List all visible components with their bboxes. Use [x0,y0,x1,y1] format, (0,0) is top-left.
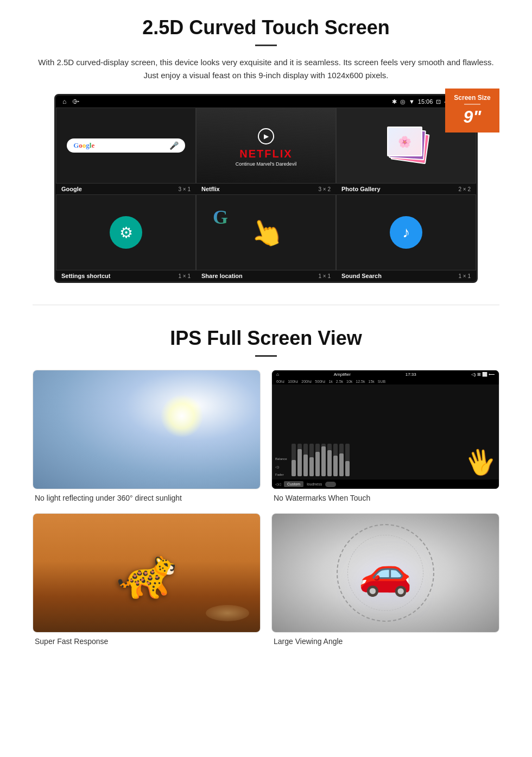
equalizer-caption: No Watermarks When Touch [271,494,499,502]
eq-sliders [292,444,461,476]
hand-pointing-icon: 👆 [245,212,287,253]
settings-label-bar: Settings shortcut 1 × 1 [56,270,196,281]
eq-slider-10 [345,444,350,476]
ips-item-equalizer: ⌂ Amplifier 17:33 ◁) ⊠ ⬜ ⟵ 60hz100hz200h… [271,370,499,502]
eq-slider-5 [315,444,320,476]
google-search-bar[interactable]: Google 🎤 [67,138,185,153]
eq-slider-7 [327,444,332,476]
maps-icon: G [213,206,228,229]
car-image: 🚗 [271,513,499,633]
car-icon: 🚗 [358,547,413,598]
cheetah-background: 🐆 [33,514,260,632]
eq-icons: ◁) ⊠ ⬜ ⟵ [471,372,495,377]
google-label: Google [61,186,82,192]
photo-card-3: 🌸 [387,127,422,156]
sound-label: Sound Search [341,273,382,279]
eq-slider-8 [333,444,338,476]
google-label-bar: Google 3 × 1 [56,184,196,194]
sunlight-image [33,370,261,489]
music-note-icon: ♪ [402,224,410,241]
ips-item-sunlight: No light reflecting under 360° direct su… [33,370,261,502]
wifi-icon: ▼ [409,98,415,105]
netflix-logo: NETFLIX [236,148,296,160]
gear-icon: ⚙ [119,224,133,242]
eq-freq-labels: 60hz100hz200hz500hz1k2.5k10k12.5k15kSUB [272,379,499,384]
time-display: 15:06 [418,98,433,105]
flower-icon: 🌸 [398,135,411,148]
eq-home-icon: ⌂ [276,372,279,377]
equalizer-image: ⌂ Amplifier 17:33 ◁) ⊠ ⬜ ⟵ 60hz100hz200h… [271,370,499,489]
location-icon: ◎ [400,98,406,105]
eq-bottom: ◁◁ Custom loudness [272,480,499,489]
ips-item-cheetah: 🐆 Super Fast Response [33,513,261,646]
gallery-size: 2 × 2 [458,186,471,192]
section1-divider [255,45,277,46]
screen-size-value: 9" [451,107,494,127]
netflix-label: Netflix [201,186,220,192]
app-label-row2: Settings shortcut 1 × 1 Share location 1… [56,270,476,281]
eq-background: ⌂ Amplifier 17:33 ◁) ⊠ ⬜ ⟵ 60hz100hz200h… [272,370,499,489]
hand-icon: 🖐 [462,444,499,480]
eq-slider-3 [303,444,308,476]
app-grid-row1: Google 🎤 ▶ NETFLIX Continue Marvel's Dar… [56,108,476,184]
eq-slider-9 [339,444,344,476]
section-divider-line [33,305,499,305]
share-app-cell[interactable]: G 👆 [196,194,336,270]
dust-cloud [206,605,249,621]
eq-slider-2 [297,444,302,476]
app-label-row1: Google 3 × 1 Netflix 3 × 2 Photo Gallery… [56,184,476,194]
camera-icon: ⊡ [436,98,441,105]
car-background: 🚗 [272,514,499,632]
play-button[interactable]: ▶ [258,128,274,144]
gallery-label: Photo Gallery [341,186,381,192]
share-label-bar: Share location 1 × 1 [196,270,336,281]
eq-balance-label: Balance [275,457,287,460]
eq-fader-label: Fader [275,473,287,476]
section1-description: With 2.5D curved-display screen, this de… [33,56,499,82]
bluetooth-icon: ✱ [392,98,397,105]
ips-grid: No light reflecting under 360° direct su… [33,370,499,646]
sound-app-cell[interactable]: ♪ [336,194,476,270]
netflix-app-cell[interactable]: ▶ NETFLIX Continue Marvel's Daredevil [196,108,336,184]
share-label: Share location [201,273,243,279]
netflix-content: ▶ NETFLIX Continue Marvel's Daredevil [236,125,296,167]
settings-icon-circle: ⚙ [110,216,142,249]
mic-icon[interactable]: 🎤 [169,141,179,150]
usb-icon: ⌱ [73,98,79,105]
eq-slider-6 [321,444,326,476]
cheetah-caption: Super Fast Response [33,637,261,646]
eq-inner: ⌂ Amplifier 17:33 ◁) ⊠ ⬜ ⟵ 60hz100hz200h… [272,370,499,489]
sound-label-bar: Sound Search 1 × 1 [336,270,476,281]
settings-app-cell[interactable]: ⚙ [56,194,196,270]
section2-title: IPS Full Screen View [33,327,499,350]
eq-title: Amplifier [334,372,351,377]
netflix-size: 3 × 2 [318,186,331,192]
custom-button[interactable]: Custom [284,481,303,487]
eq-content: Balance ◁) Fader [272,384,499,480]
section2-divider [255,355,277,357]
badge-divider [464,104,480,105]
sound-size: 1 × 1 [458,273,471,279]
device-mockup: Screen Size 9" ⌂ ⌱ ✱ ◎ ▼ 15:06 ⊡ ◁) [54,94,478,283]
sunlight-caption: No light reflecting under 360° direct su… [33,494,261,502]
screen-size-badge: Screen Size 9" [445,89,499,133]
cheetah-icon: 🐆 [116,545,177,602]
eq-volume-icon: ◁) [275,465,287,469]
gallery-label-bar: Photo Gallery 2 × 2 [336,184,476,194]
statusbar: ⌂ ⌱ ✱ ◎ ▼ 15:06 ⊡ ◁) ⊠ ⬜ [56,96,476,108]
statusbar-left: ⌂ ⌱ [62,98,79,105]
netflix-subtitle: Continue Marvel's Daredevil [236,161,296,167]
netflix-label-bar: Netflix 3 × 2 [196,184,336,194]
google-app-cell[interactable]: Google 🎤 [56,108,196,184]
home-icon[interactable]: ⌂ [62,98,66,105]
google-size: 3 × 1 [178,186,191,192]
loudness-toggle[interactable] [325,482,336,487]
screen-size-label: Screen Size [451,94,494,102]
ips-item-car: 🚗 Large Viewing Angle [271,513,499,646]
eq-slider-4 [309,444,314,476]
loudness-label: loudness [307,482,322,486]
google-logo: Google [73,141,94,150]
car-caption: Large Viewing Angle [271,637,499,646]
settings-label: Settings shortcut [61,273,110,279]
sky-background [33,370,260,489]
